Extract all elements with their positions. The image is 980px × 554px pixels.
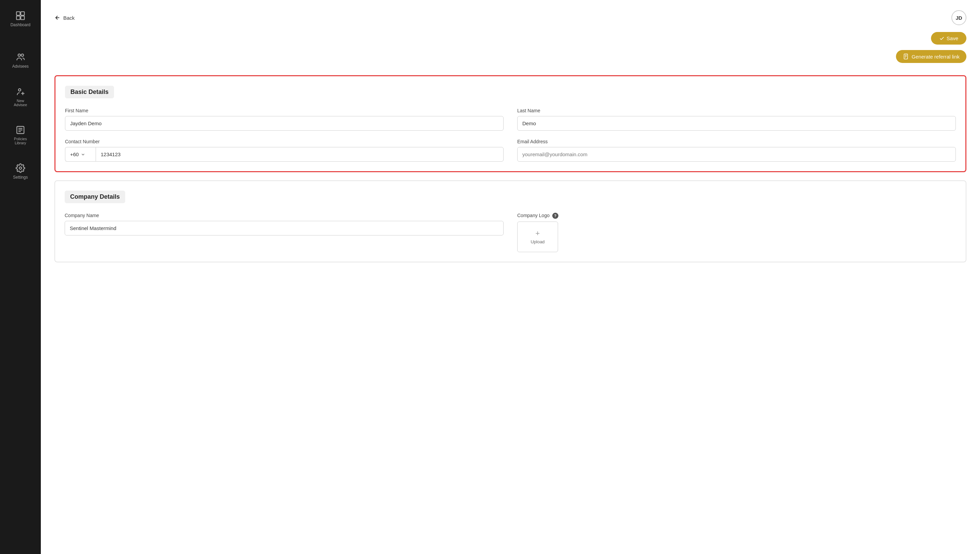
contact-group: Contact Number +60 [65,139,504,162]
company-name-label: Company Name [65,213,504,218]
back-arrow-icon [54,14,60,21]
back-label: Back [63,15,75,21]
sidebar-label-policies: PoliciesLibrary [14,137,27,145]
company-details-title: Company Details [65,191,125,203]
check-icon [939,36,945,41]
phone-number-input[interactable] [95,147,504,162]
avatar[interactable]: JD [951,10,966,25]
header-row: Back JD [54,10,966,25]
company-details-card: Company Details Company Name Company Log… [54,180,966,263]
email-label: Email Address [517,139,956,144]
svg-rect-2 [16,16,20,19]
save-button[interactable]: Save [931,32,966,45]
svg-rect-1 [21,11,24,15]
last-name-input[interactable] [517,116,956,131]
help-icon[interactable]: ? [552,213,558,219]
dashboard-icon [16,11,25,21]
sidebar-label-new-advisee: NewAdvisee [14,99,27,107]
svg-point-6 [18,89,21,91]
phone-code-selector[interactable]: +60 [65,147,95,162]
sidebar-label-advisees: Advisees [12,64,29,69]
advisees-icon [16,53,25,62]
sidebar-item-settings[interactable]: Settings [0,159,41,184]
contact-label: Contact Number [65,139,504,144]
chevron-down-icon [81,152,86,157]
new-advisee-icon [16,87,25,97]
settings-icon [16,163,25,173]
sidebar-label-dashboard: Dashboard [11,22,30,27]
phone-code-value: +60 [70,151,79,157]
first-name-label: First Name [65,108,504,113]
top-right: JD [951,10,966,25]
email-group: Email Address [517,139,956,162]
sidebar-label-settings: Settings [13,175,27,180]
email-input[interactable] [517,147,956,162]
basic-details-form: First Name Last Name Contact Number +60 [65,108,956,162]
svg-point-13 [19,167,22,169]
save-label: Save [947,35,958,41]
main-content: Back JD Save Generate referral link Basi [41,0,980,554]
sidebar-item-policies-library[interactable]: PoliciesLibrary [0,121,41,149]
generate-referral-button[interactable]: Generate referral link [896,50,966,63]
link-icon [903,53,909,60]
action-bar: Generate referral link [54,50,966,70]
first-name-input[interactable] [65,116,504,131]
generate-label: Generate referral link [912,54,959,60]
policies-icon [16,125,25,135]
company-name-input[interactable] [65,221,504,236]
first-name-group: First Name [65,108,504,131]
basic-details-title: Basic Details [65,86,114,98]
company-details-form: Company Name Company Logo ? + Upload [65,213,956,252]
last-name-label: Last Name [517,108,956,113]
basic-details-card: Basic Details First Name Last Name Conta… [54,75,966,172]
sidebar: Dashboard Advisees NewAdvisee PoliciesLi… [0,0,41,554]
svg-point-4 [18,54,21,56]
sidebar-item-advisees[interactable]: Advisees [0,48,41,73]
plus-icon: + [536,230,540,237]
back-button[interactable]: Back [54,14,75,21]
company-logo-label: Company Logo ? [517,213,956,219]
phone-group: +60 [65,147,504,162]
sidebar-item-dashboard[interactable]: Dashboard [0,7,41,31]
company-name-group: Company Name [65,213,504,252]
sidebar-item-new-advisee[interactable]: NewAdvisee [0,83,41,111]
last-name-group: Last Name [517,108,956,131]
upload-label: Upload [530,239,544,244]
company-logo-group: Company Logo ? + Upload [517,213,956,252]
svg-rect-0 [16,11,20,15]
upload-box[interactable]: + Upload [517,221,558,252]
svg-point-5 [21,54,24,56]
svg-rect-3 [21,16,24,19]
